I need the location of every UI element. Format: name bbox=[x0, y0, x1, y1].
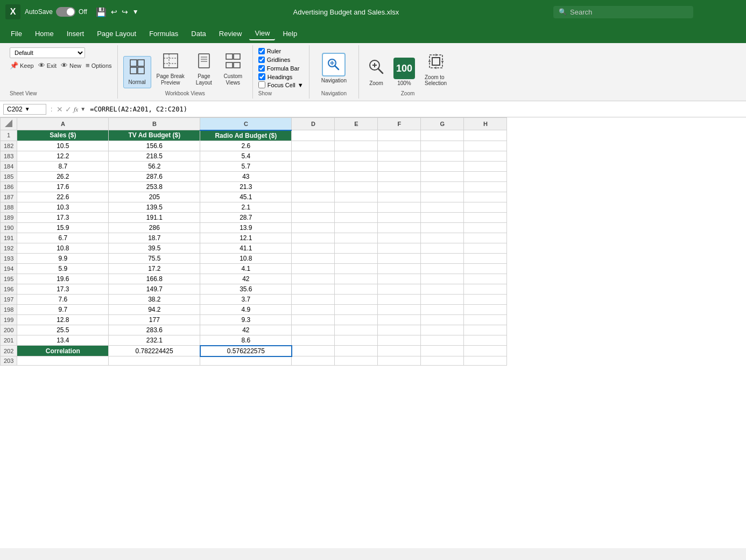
cell-a196[interactable]: 17.3 bbox=[17, 284, 109, 294]
cell-f190[interactable] bbox=[378, 222, 421, 233]
cell-a197[interactable]: 7.6 bbox=[17, 294, 109, 304]
cell-f195[interactable] bbox=[378, 274, 421, 284]
cell-h185[interactable] bbox=[464, 171, 507, 181]
cell-g190[interactable] bbox=[421, 222, 464, 233]
cell-h182[interactable] bbox=[464, 141, 507, 151]
cell-h201[interactable] bbox=[464, 335, 507, 346]
undo-icon[interactable]: ↩ bbox=[111, 8, 117, 16]
cell-b189[interactable]: 191.1 bbox=[109, 212, 200, 222]
cell-d199[interactable] bbox=[292, 314, 335, 325]
cell-h195[interactable] bbox=[464, 274, 507, 284]
cell-g185[interactable] bbox=[421, 171, 464, 181]
quick-access-dropdown[interactable]: ▼ bbox=[132, 8, 139, 16]
cell-a186[interactable]: 17.6 bbox=[17, 181, 109, 192]
cell-d189[interactable] bbox=[292, 212, 335, 222]
cell-a192[interactable]: 10.8 bbox=[17, 243, 109, 253]
cell-a182[interactable]: 10.5 bbox=[17, 141, 109, 151]
cell-c193[interactable]: 10.8 bbox=[200, 253, 292, 263]
keep-button[interactable]: 📌 Keep bbox=[10, 61, 34, 69]
cell-f202[interactable] bbox=[378, 346, 421, 356]
cell-b198[interactable]: 94.2 bbox=[109, 304, 200, 314]
col-header-g[interactable]: G bbox=[421, 118, 464, 130]
col-header-h[interactable]: H bbox=[464, 118, 507, 130]
cell-a198[interactable]: 9.7 bbox=[17, 304, 109, 314]
menu-help[interactable]: Help bbox=[277, 27, 302, 40]
cell-e186[interactable] bbox=[335, 181, 378, 192]
cell-d194[interactable] bbox=[292, 263, 335, 274]
cell-h183[interactable] bbox=[464, 151, 507, 161]
cell-e196[interactable] bbox=[335, 284, 378, 294]
cell-e194[interactable] bbox=[335, 263, 378, 274]
confirm-formula-icon[interactable]: ✓ bbox=[65, 105, 72, 114]
cell-e187[interactable] bbox=[335, 192, 378, 202]
cell-c197[interactable]: 3.7 bbox=[200, 294, 292, 304]
cell-b192[interactable]: 39.5 bbox=[109, 243, 200, 253]
menu-review[interactable]: Review bbox=[214, 27, 248, 40]
cell-e198[interactable] bbox=[335, 304, 378, 314]
cell-g191[interactable] bbox=[421, 233, 464, 243]
cell-d183[interactable] bbox=[292, 151, 335, 161]
cell-a188[interactable]: 10.3 bbox=[17, 202, 109, 212]
cell-b1[interactable]: TV Ad Budget ($) bbox=[109, 130, 200, 141]
menu-data[interactable]: Data bbox=[186, 27, 211, 40]
cell-h186[interactable] bbox=[464, 181, 507, 192]
cell-b202[interactable]: 0.782224425 bbox=[109, 346, 200, 356]
cell-b182[interactable]: 156.6 bbox=[109, 141, 200, 151]
cell-f189[interactable] bbox=[378, 212, 421, 222]
cell-f199[interactable] bbox=[378, 314, 421, 325]
cell-g199[interactable] bbox=[421, 314, 464, 325]
cell-e197[interactable] bbox=[335, 294, 378, 304]
cell-g195[interactable] bbox=[421, 274, 464, 284]
col-header-e[interactable]: E bbox=[335, 118, 378, 130]
cell-g187[interactable] bbox=[421, 192, 464, 202]
cell-g182[interactable] bbox=[421, 141, 464, 151]
cell-e201[interactable] bbox=[335, 335, 378, 346]
cell-ref-dropdown-icon[interactable]: ▼ bbox=[25, 106, 30, 112]
cell-c188[interactable]: 2.1 bbox=[200, 202, 292, 212]
cell-d185[interactable] bbox=[292, 171, 335, 181]
cell-g188[interactable] bbox=[421, 202, 464, 212]
cell-e182[interactable] bbox=[335, 141, 378, 151]
cell-c187[interactable]: 45.1 bbox=[200, 192, 292, 202]
cell-e184[interactable] bbox=[335, 161, 378, 171]
page-break-button[interactable]: Page BreakPreview bbox=[152, 51, 189, 88]
headings-checkbox[interactable] bbox=[258, 73, 265, 80]
cell-d202[interactable] bbox=[292, 346, 335, 356]
cell-f183[interactable] bbox=[378, 151, 421, 161]
cell-e200[interactable] bbox=[335, 325, 378, 335]
cell-d201[interactable] bbox=[292, 335, 335, 346]
cell-c189[interactable]: 28.7 bbox=[200, 212, 292, 222]
cell-h1[interactable] bbox=[464, 130, 507, 141]
cell-b196[interactable]: 149.7 bbox=[109, 284, 200, 294]
menu-insert[interactable]: Insert bbox=[61, 27, 90, 40]
menu-home[interactable]: Home bbox=[30, 27, 59, 40]
cell-f182[interactable] bbox=[378, 141, 421, 151]
search-box[interactable]: 🔍 bbox=[553, 6, 693, 18]
zoom-button[interactable]: Zoom bbox=[364, 56, 388, 88]
cell-e195[interactable] bbox=[335, 274, 378, 284]
cell-b193[interactable]: 75.5 bbox=[109, 253, 200, 263]
col-header-a[interactable]: A bbox=[17, 118, 109, 130]
cell-c195[interactable]: 42 bbox=[200, 274, 292, 284]
cell-g201[interactable] bbox=[421, 335, 464, 346]
cell-c190[interactable]: 13.9 bbox=[200, 222, 292, 233]
cell-a187[interactable]: 22.6 bbox=[17, 192, 109, 202]
cell-b199[interactable]: 177 bbox=[109, 314, 200, 325]
cell-f187[interactable] bbox=[378, 192, 421, 202]
col-header-d[interactable]: D bbox=[292, 118, 335, 130]
cell-h202[interactable] bbox=[464, 346, 507, 356]
cell-e191[interactable] bbox=[335, 233, 378, 243]
cell-c182[interactable]: 2.6 bbox=[200, 141, 292, 151]
cell-c201[interactable]: 8.6 bbox=[200, 335, 292, 346]
search-input[interactable] bbox=[570, 8, 678, 16]
sheet-view-dropdown[interactable]: Default bbox=[10, 47, 85, 58]
ruler-checkbox[interactable] bbox=[258, 48, 265, 54]
cell-c196[interactable]: 35.6 bbox=[200, 284, 292, 294]
navigation-button[interactable]: Navigation bbox=[315, 51, 353, 86]
custom-views-button[interactable]: CustomViews bbox=[219, 51, 247, 88]
cell-a185[interactable]: 26.2 bbox=[17, 171, 109, 181]
cell-a193[interactable]: 9.9 bbox=[17, 253, 109, 263]
cell-c186[interactable]: 21.3 bbox=[200, 181, 292, 192]
cell-f188[interactable] bbox=[378, 202, 421, 212]
cell-f193[interactable] bbox=[378, 253, 421, 263]
